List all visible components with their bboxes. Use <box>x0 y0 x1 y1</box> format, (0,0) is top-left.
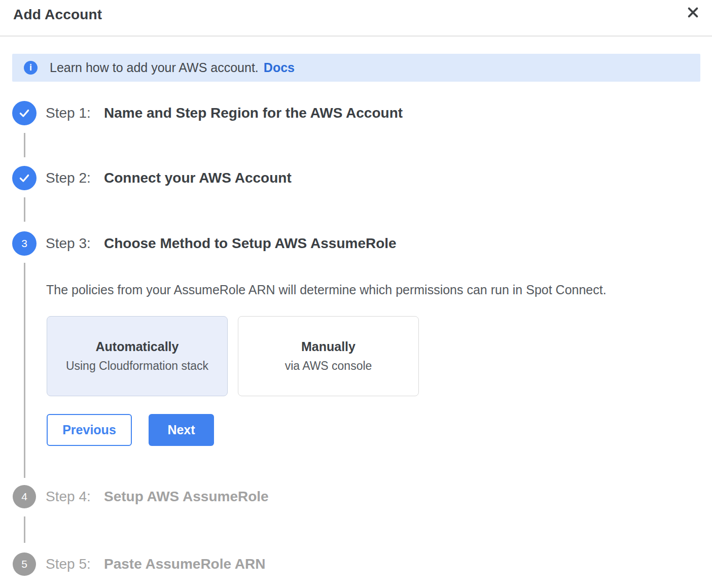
option-automatically[interactable]: Automatically Using Cloudformation stack <box>47 316 228 396</box>
step-4-label: Step 4: <box>46 489 104 505</box>
step-3-label: Step 3: <box>46 235 104 252</box>
step-connector <box>24 516 25 543</box>
step-3-description: The policies from your AssumeRole ARN wi… <box>46 283 607 297</box>
step-row-4: 4 Step 4: Setup AWS AssumeRole <box>12 485 269 509</box>
option-title: Automatically <box>96 339 179 354</box>
step-row-1: Step 1: Name and Step Region for the AWS… <box>12 101 403 125</box>
step-2-label: Step 2: <box>46 170 104 186</box>
step-row-3: 3 Step 3: Choose Method to Setup AWS Ass… <box>12 231 397 256</box>
previous-button[interactable]: Previous <box>47 414 132 446</box>
step-connector <box>24 133 25 157</box>
option-subtitle: via AWS console <box>285 359 372 373</box>
step-2-title: Connect your AWS Account <box>104 170 292 186</box>
checkmark-icon <box>18 171 31 185</box>
step-3-buttons: Previous Next <box>47 414 214 446</box>
docs-link[interactable]: Docs <box>264 60 295 75</box>
checkmark-icon <box>18 107 31 120</box>
banner-text: Learn how to add your AWS account. <box>50 60 259 75</box>
step-5-number-badge: 5 <box>13 552 36 576</box>
close-button[interactable] <box>683 3 703 23</box>
option-subtitle: Using Cloudformation stack <box>66 359 208 373</box>
option-title: Manually <box>301 339 355 354</box>
step-5-title: Paste AssumeRole ARN <box>104 556 265 572</box>
step-1-label: Step 1: <box>46 105 104 121</box>
info-icon: i <box>24 61 38 75</box>
page-title: Add Account <box>13 7 102 23</box>
add-account-modal: Add Account i Learn how to add your AWS … <box>0 0 712 588</box>
modal-header: Add Account <box>0 0 712 37</box>
step-4-number-badge: 4 <box>13 485 36 508</box>
step-row-5: 5 Step 5: Paste AssumeRole ARN <box>12 552 265 576</box>
step-row-2: Step 2: Connect your AWS Account <box>12 166 292 190</box>
step-1-title: Name and Step Region for the AWS Account <box>104 105 403 121</box>
step-connector <box>24 263 25 478</box>
step-connector <box>24 197 25 222</box>
next-button[interactable]: Next <box>149 414 214 446</box>
step-3-title: Choose Method to Setup AWS AssumeRole <box>104 235 397 252</box>
step-4-title: Setup AWS AssumeRole <box>104 489 269 505</box>
close-icon <box>686 6 700 21</box>
option-manually[interactable]: Manually via AWS console <box>238 316 419 396</box>
assume-role-method-options: Automatically Using Cloudformation stack… <box>47 316 419 396</box>
step-1-completed-badge <box>12 101 37 125</box>
step-5-label: Step 5: <box>46 556 104 572</box>
info-banner: i Learn how to add your AWS account. Doc… <box>12 54 700 82</box>
step-3-number-badge: 3 <box>12 231 37 256</box>
step-2-completed-badge <box>12 166 37 190</box>
